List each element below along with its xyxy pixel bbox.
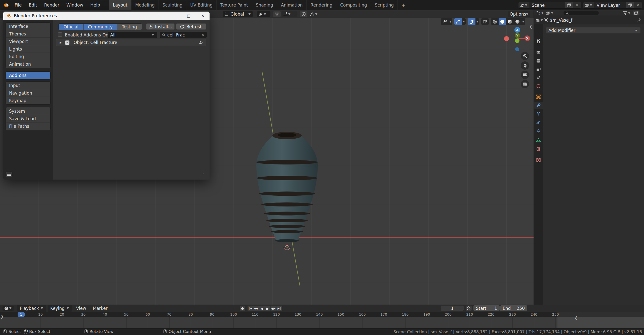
support-tab-community[interactable]: Community [84, 24, 117, 30]
timeline-menu-marker[interactable]: Marker [90, 305, 110, 312]
timeline-menu-keying[interactable]: Keying▼ [48, 305, 72, 312]
sidebar-expand-arrow[interactable]: ❮ [529, 24, 533, 29]
sidebar-item-navigation[interactable]: Navigation [6, 89, 50, 97]
shading-wireframe-button[interactable] [491, 18, 499, 25]
scene-copy-button[interactable] [565, 2, 573, 9]
gizmo-axis-z-neg[interactable] [515, 47, 519, 51]
options-dropdown[interactable]: Options ▼ [508, 11, 530, 17]
timeline-menu-playback[interactable]: Playback▼ [17, 305, 46, 312]
properties-tab-constraints[interactable] [534, 128, 543, 135]
support-tab-testing[interactable]: Testing [117, 24, 142, 30]
auto-keying-stopwatch-button[interactable] [465, 305, 472, 311]
scene-unlink-button[interactable]: ✕ [573, 2, 581, 9]
preferences-menu-button[interactable] [6, 172, 13, 177]
workspace-tab-animation[interactable]: Animation [277, 0, 307, 10]
current-frame-field[interactable]: 1 [441, 305, 464, 311]
properties-tab-modifiers[interactable] [534, 102, 543, 109]
shading-material-button[interactable] [506, 18, 514, 25]
gizmo-axis-x[interactable]: X [525, 35, 530, 41]
play-button[interactable]: ▶ [265, 306, 271, 311]
properties-tab-physics[interactable] [534, 119, 543, 126]
enabled-addons-only-checkbox[interactable] [58, 32, 62, 37]
sidebar-item-interface[interactable]: Interface [6, 23, 50, 30]
workspace-tab-sculpting[interactable]: Sculpting [159, 0, 186, 10]
perspective-toggle-button[interactable] [521, 80, 529, 88]
properties-tab-active-tool[interactable] [534, 37, 543, 45]
properties-tab-view-layer[interactable] [534, 65, 543, 73]
sidebar-item-lights[interactable]: Lights [6, 45, 50, 53]
properties-tab-output[interactable] [534, 57, 543, 65]
properties-tab-object[interactable] [534, 93, 543, 100]
gizmo-axis-z[interactable]: Z [514, 27, 520, 33]
jump-to-end-button[interactable]: ▶⏐ [276, 306, 282, 311]
timeline-expand-arrow[interactable]: ❯ [1, 314, 4, 319]
timeline-track[interactable] [0, 317, 644, 328]
end-frame-field[interactable]: End 250 [500, 305, 527, 311]
workspace-tab-compositing[interactable]: Compositing [336, 0, 371, 10]
sidebar-item-editing[interactable]: Editing [6, 53, 50, 60]
menu-file[interactable]: File [12, 2, 25, 9]
gizmo-axis-y-neg[interactable] [515, 38, 519, 43]
object-visibility-dropdown[interactable]: ▼ [441, 18, 452, 25]
view-layer-selector[interactable]: ▼ View Layer ✕ [583, 2, 642, 9]
workspace-tab-shading[interactable]: Shading [252, 0, 277, 10]
workspace-tab-uv-editing[interactable]: UV Editing [186, 0, 217, 10]
timeline-menu-view[interactable]: View [73, 305, 89, 312]
properties-tab-render[interactable] [534, 48, 543, 56]
gizmo-axis-y[interactable]: Y [515, 33, 520, 38]
outliner-search-input[interactable] [564, 11, 599, 15]
addon-search-input[interactable]: cell Frac ✕ [160, 32, 207, 38]
add-modifier-dropdown[interactable]: Add Modifier ▼ [546, 27, 641, 34]
view-layer-remove-button[interactable]: ✕ [634, 2, 642, 9]
gizmos-toggle-dropdown[interactable]: ▼ [454, 18, 465, 25]
minimize-button[interactable]: – [171, 14, 178, 18]
sidebar-item-system[interactable]: System [6, 107, 50, 115]
properties-tab-scene[interactable] [534, 74, 543, 81]
xray-toggle[interactable] [481, 18, 489, 25]
properties-tab-object-data[interactable] [534, 136, 543, 144]
addon-list-item[interactable]: ▶ Object: Cell Fracture [56, 39, 206, 46]
workspace-tab-modeling[interactable]: Modeling [132, 0, 159, 10]
menu-edit[interactable]: Edit [26, 2, 40, 9]
timeline-editor-type-dropdown[interactable]: ▼ [3, 306, 14, 311]
scene-selector[interactable]: ▼ Scene ✕ [518, 2, 581, 9]
jump-to-start-button[interactable]: ⏐◀ [248, 306, 253, 311]
snap-target-dropdown[interactable]: ▼ [281, 11, 297, 17]
shading-solid-button[interactable] [499, 18, 506, 25]
pan-view-button[interactable] [521, 61, 529, 70]
sidebar-item-animation[interactable]: Animation [6, 60, 50, 68]
gizmo-axis-x-neg[interactable] [504, 36, 509, 41]
play-reverse-button[interactable]: ◀ [259, 306, 265, 311]
sidebar-item-viewport[interactable]: Viewport [6, 38, 50, 45]
sidebar-item-input[interactable]: Input [6, 82, 50, 89]
previous-keyframe-button[interactable]: ◀◆ [253, 306, 259, 311]
view-layer-copy-button[interactable] [626, 2, 634, 9]
menu-help[interactable]: Help [87, 2, 103, 9]
snap-toggle[interactable] [273, 11, 281, 17]
camera-view-button[interactable] [521, 71, 529, 79]
maximize-button[interactable]: □ [185, 14, 192, 18]
proportional-falloff-dropdown[interactable]: ▼ [308, 11, 324, 17]
support-tab-official[interactable]: Official [59, 24, 84, 30]
workspace-tab-layout[interactable]: Layout [109, 0, 132, 10]
sidebar-item-keymap[interactable]: Keymap [6, 97, 50, 104]
clear-search-icon[interactable]: ✕ [202, 33, 204, 37]
sidebar-item-save-load[interactable]: Save & Load [6, 115, 50, 122]
add-workspace-button[interactable]: + [398, 2, 409, 8]
pivot-point-dropdown[interactable]: ▼ [257, 11, 270, 17]
refresh-addons-button[interactable]: Refresh [176, 23, 206, 30]
preferences-title-bar[interactable]: Blender Preferences – □ ✕ [3, 12, 210, 20]
timeline-collapse-arrow[interactable]: ❮ [575, 316, 578, 320]
scroll-up-indicator[interactable]: ⌃ [202, 173, 205, 177]
transform-orientation-dropdown[interactable]: Global ▼ [223, 11, 253, 17]
sidebar-item-add-ons[interactable]: Add-ons [6, 72, 50, 79]
shading-rendered-button[interactable] [514, 18, 521, 25]
record-button[interactable] [239, 306, 246, 311]
menu-render[interactable]: Render [41, 2, 62, 9]
outliner-filter-funnel-dropdown[interactable]: ▼ [623, 11, 631, 15]
menu-window[interactable]: Window [63, 2, 86, 9]
outliner-display-mode-dropdown[interactable]: ▼ [536, 11, 544, 15]
properties-tab-world[interactable] [534, 82, 543, 90]
sidebar-item-file-paths[interactable]: File Paths [6, 122, 50, 130]
sidebar-item-themes[interactable]: Themes [6, 30, 50, 38]
